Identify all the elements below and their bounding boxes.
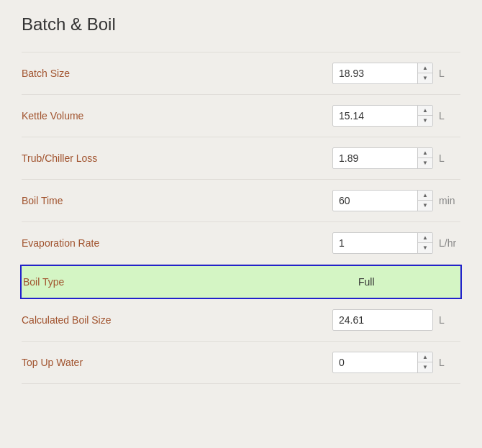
kettle-volume-spinner: ▲ ▼ xyxy=(417,106,432,126)
boil-time-controls: ▲ ▼ min xyxy=(332,190,460,211)
trub-chiller-loss-up[interactable]: ▲ xyxy=(418,148,432,158)
kettle-volume-up[interactable]: ▲ xyxy=(418,106,432,116)
evaporation-rate-controls: ▲ ▼ L/hr xyxy=(332,232,460,254)
boil-type-label: Boil Type xyxy=(23,276,358,288)
boil-time-row: Boil Time ▲ ▼ min xyxy=(22,180,460,222)
top-up-water-label: Top Up Water xyxy=(22,357,332,368)
boil-type-row[interactable]: Boil Type Full xyxy=(20,265,462,299)
calculated-boil-size-controls: 24.61 L xyxy=(332,309,460,331)
boil-type-value: Full xyxy=(358,276,459,288)
kettle-volume-row: Kettle Volume ▲ ▼ L xyxy=(22,95,460,137)
top-up-water-down[interactable]: ▼ xyxy=(418,362,432,372)
boil-time-up[interactable]: ▲ xyxy=(418,191,432,201)
evaporation-rate-input[interactable] xyxy=(333,233,417,253)
kettle-volume-controls: ▲ ▼ L xyxy=(332,105,460,127)
boil-time-down[interactable]: ▼ xyxy=(418,201,432,211)
batch-size-up[interactable]: ▲ xyxy=(418,63,432,73)
top-up-water-controls: ▲ ▼ L xyxy=(332,352,460,373)
kettle-volume-label: Kettle Volume xyxy=(22,110,332,122)
batch-size-controls: ▲ ▼ L xyxy=(332,63,460,84)
kettle-volume-input[interactable] xyxy=(333,106,417,126)
batch-size-row: Batch Size ▲ ▼ L xyxy=(22,52,460,95)
batch-size-label: Batch Size xyxy=(22,68,332,79)
batch-boil-section: Batch Size ▲ ▼ L Kettle Volume xyxy=(22,52,460,384)
boil-time-input[interactable] xyxy=(333,191,417,211)
top-up-water-spinner: ▲ ▼ xyxy=(417,352,432,372)
evaporation-rate-up[interactable]: ▲ xyxy=(418,233,432,243)
trub-chiller-loss-input-wrapper[interactable]: ▲ ▼ xyxy=(332,147,433,169)
page-title: Batch & Boil xyxy=(22,14,460,35)
trub-chiller-loss-down[interactable]: ▼ xyxy=(418,158,432,168)
trub-chiller-loss-row: Trub/Chiller Loss ▲ ▼ L xyxy=(22,137,460,180)
trub-chiller-loss-controls: ▲ ▼ L xyxy=(332,147,460,169)
batch-size-unit: L xyxy=(439,68,460,79)
boil-time-spinner: ▲ ▼ xyxy=(417,191,432,211)
batch-size-input-wrapper[interactable]: ▲ ▼ xyxy=(332,63,433,84)
boil-time-label: Boil Time xyxy=(22,195,332,206)
evaporation-rate-spinner: ▲ ▼ xyxy=(417,233,432,253)
top-up-water-unit: L xyxy=(439,357,460,368)
trub-chiller-loss-input[interactable] xyxy=(333,148,417,168)
kettle-volume-down[interactable]: ▼ xyxy=(418,116,432,126)
calculated-boil-size-unit: L xyxy=(439,314,460,326)
evaporation-rate-unit: L/hr xyxy=(439,237,460,249)
kettle-volume-unit: L xyxy=(439,110,460,122)
batch-size-spinner: ▲ ▼ xyxy=(417,63,432,83)
trub-chiller-loss-spinner: ▲ ▼ xyxy=(417,148,432,168)
boil-time-unit: min xyxy=(439,195,460,206)
calculated-boil-size-value: 24.61 xyxy=(332,309,433,331)
evaporation-rate-row: Evaporation Rate ▲ ▼ L/hr xyxy=(22,222,460,265)
top-up-water-input[interactable] xyxy=(333,352,417,372)
batch-size-down[interactable]: ▼ xyxy=(418,73,432,83)
boil-time-input-wrapper[interactable]: ▲ ▼ xyxy=(332,190,433,211)
top-up-water-row: Top Up Water ▲ ▼ L xyxy=(22,342,460,384)
batch-size-input[interactable] xyxy=(333,63,417,83)
evaporation-rate-down[interactable]: ▼ xyxy=(418,243,432,253)
calculated-boil-size-row: Calculated Boil Size 24.61 L xyxy=(22,299,460,342)
boil-type-controls: Full xyxy=(358,276,459,288)
evaporation-rate-input-wrapper[interactable]: ▲ ▼ xyxy=(332,232,433,254)
trub-chiller-loss-unit: L xyxy=(439,152,460,164)
kettle-volume-input-wrapper[interactable]: ▲ ▼ xyxy=(332,105,433,127)
top-up-water-up[interactable]: ▲ xyxy=(418,352,432,362)
top-up-water-input-wrapper[interactable]: ▲ ▼ xyxy=(332,352,433,373)
evaporation-rate-label: Evaporation Rate xyxy=(22,237,332,249)
calculated-boil-size-label: Calculated Boil Size xyxy=(22,314,332,326)
trub-chiller-loss-label: Trub/Chiller Loss xyxy=(22,152,332,164)
